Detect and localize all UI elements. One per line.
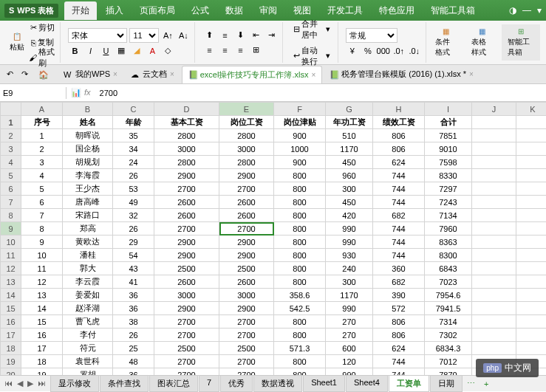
cell[interactable]: 2900 — [154, 249, 219, 262]
document-tab[interactable]: ☁云文档× — [125, 66, 180, 83]
cell[interactable]: 8300 — [425, 249, 472, 262]
row-header[interactable]: 2 — [1, 129, 21, 142]
cell[interactable]: 800 — [274, 235, 326, 249]
cell[interactable]: 2900 — [219, 235, 274, 249]
cell[interactable]: 18 — [21, 355, 63, 368]
merge-center-button[interactable]: ⊟ 合并居中 ▾ — [290, 17, 332, 42]
ribbon-tab[interactable]: 特色应用 — [372, 1, 422, 20]
cell[interactable]: 542.5 — [274, 302, 326, 315]
cell[interactable]: 2700 — [154, 329, 219, 342]
cell[interactable]: 450 — [326, 156, 373, 169]
cell[interactable]: 744 — [373, 222, 425, 235]
column-header[interactable]: G — [326, 103, 373, 116]
cell[interactable]: 800 — [274, 249, 326, 262]
cell[interactable]: 800 — [274, 182, 326, 196]
cell[interactable]: 符元 — [63, 342, 113, 355]
cell[interactable]: 7598 — [425, 156, 472, 169]
sheet-add-button[interactable]: + — [480, 378, 493, 390]
cell[interactable] — [472, 329, 516, 342]
cell[interactable]: 7302 — [425, 329, 472, 342]
cell[interactable]: 624 — [373, 156, 425, 169]
cell[interactable]: 3000 — [154, 142, 219, 156]
cell[interactable]: 36 — [113, 368, 154, 376]
cell[interactable]: 王少杰 — [63, 182, 113, 196]
cell[interactable]: 32 — [113, 209, 154, 222]
cell[interactable]: 11 — [21, 262, 63, 275]
header-cell[interactable]: 绩效工资 — [373, 116, 425, 129]
cell[interactable]: 李云霞 — [63, 275, 113, 289]
cell[interactable]: 806 — [373, 129, 425, 142]
cell[interactable] — [472, 262, 516, 275]
row-header[interactable]: 12 — [1, 262, 21, 275]
cell[interactable] — [516, 129, 547, 142]
cell[interactable]: 4 — [21, 169, 63, 182]
auto-wrap-button[interactable]: ↩ 自动换行 ▾ — [290, 44, 332, 69]
cell[interactable]: 2900 — [154, 302, 219, 315]
cell[interactable]: 43 — [113, 262, 154, 275]
cell[interactable]: 990 — [326, 302, 373, 315]
cell[interactable]: 2800 — [154, 129, 219, 142]
cell[interactable]: 34 — [113, 142, 154, 156]
cell[interactable] — [516, 196, 547, 209]
cell[interactable]: 7012 — [425, 355, 472, 368]
ribbon-tab[interactable]: 开始 — [64, 1, 97, 20]
column-header[interactable]: B — [63, 103, 113, 116]
sheet-tab[interactable]: 图表汇总 — [149, 375, 198, 392]
cell[interactable] — [472, 289, 516, 302]
cell[interactable]: 2700 — [219, 182, 274, 196]
cell[interactable]: 800 — [274, 196, 326, 209]
cell[interactable] — [516, 249, 547, 262]
fx-icon[interactable]: fx — [84, 88, 91, 97]
cell[interactable]: 曹飞虎 — [63, 315, 113, 329]
cell[interactable] — [472, 235, 516, 249]
cell[interactable]: 8 — [21, 222, 63, 235]
column-header[interactable]: F — [274, 103, 326, 116]
cell[interactable]: 2700 — [219, 329, 274, 342]
cell[interactable]: 7134 — [425, 209, 472, 222]
clear-format-button[interactable]: ◇ — [161, 44, 174, 58]
cell[interactable] — [516, 209, 547, 222]
cond-format-button[interactable]: ▦ 条件格式 — [429, 24, 463, 61]
number-format-select[interactable]: 常规 — [346, 28, 397, 43]
cell[interactable]: 1000 — [274, 142, 326, 156]
indent-right-button[interactable]: ⇥ — [265, 29, 278, 42]
cell[interactable] — [516, 329, 547, 342]
align-center-button[interactable]: ≡ — [218, 44, 231, 57]
cell[interactable]: 3000 — [219, 142, 274, 156]
align-left-button[interactable]: ≡ — [202, 44, 216, 57]
cell[interactable]: 54 — [113, 249, 154, 262]
redo-button[interactable]: ↷ — [18, 68, 31, 81]
cell[interactable]: 744 — [373, 196, 425, 209]
cell[interactable] — [472, 209, 516, 222]
align-top-button[interactable]: ⬆ — [202, 29, 216, 42]
column-header[interactable]: J — [472, 103, 516, 116]
ribbon-tab[interactable]: 公式 — [184, 1, 216, 20]
cell[interactable]: 2600 — [219, 275, 274, 289]
cell[interactable]: 李付 — [63, 329, 113, 342]
row-header[interactable]: 11 — [1, 249, 21, 262]
sheet-tab[interactable]: 条件查找 — [100, 375, 149, 392]
cell[interactable] — [516, 315, 547, 329]
cell[interactable]: 7297 — [425, 182, 472, 196]
cell[interactable] — [472, 275, 516, 289]
thousand-button[interactable]: 000 — [377, 44, 390, 58]
cell[interactable] — [472, 129, 516, 142]
cell[interactable]: 李海霞 — [63, 169, 113, 182]
cell[interactable]: 7870 — [425, 368, 472, 376]
cell[interactable] — [472, 222, 516, 235]
cell[interactable]: 2500 — [219, 262, 274, 275]
align-bottom-button[interactable]: ⬇ — [233, 29, 247, 42]
sheet-tab[interactable]: Sheet1 — [303, 375, 345, 392]
header-cell[interactable]: 序号 — [21, 116, 63, 129]
cell[interactable]: 390 — [373, 289, 425, 302]
sheet-next-button[interactable]: ▶ — [26, 379, 35, 388]
border-button[interactable]: ▦ — [115, 44, 128, 58]
cell[interactable] — [516, 116, 547, 129]
cell[interactable]: 6834.3 — [425, 342, 472, 355]
close-icon[interactable]: × — [113, 70, 117, 78]
row-header[interactable]: 9 — [1, 222, 21, 235]
sheet-tab[interactable]: 日期 — [430, 375, 463, 392]
cell[interactable]: 7243 — [425, 196, 472, 209]
minimize-icon[interactable]: — — [522, 5, 531, 16]
header-cell[interactable]: 年龄 — [113, 116, 154, 129]
